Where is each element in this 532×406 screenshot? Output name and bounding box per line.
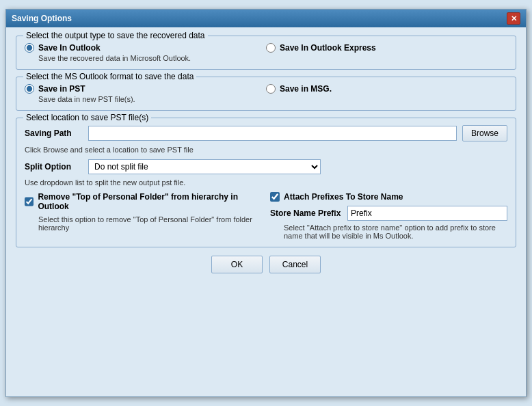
save-outlook-text: Save In Outlook: [38, 43, 101, 53]
bottom-section: Remove "Top of Personal Folder" from hie…: [25, 192, 507, 240]
remove-top-folder-label[interactable]: Remove "Top of Personal Folder" from hie…: [25, 192, 262, 211]
split-option-row: Split Option Do not split file 1 GB 2 GB…: [25, 159, 507, 174]
output-type-title: Select the output type to save the recov…: [23, 31, 208, 40]
bottom-right: Attach Prefixes To Store Name Store Name…: [270, 192, 507, 240]
saving-path-input[interactable]: [88, 126, 457, 141]
save-msg-label[interactable]: Save in MSG.: [266, 84, 507, 94]
save-pst-text: Save in PST: [38, 84, 85, 94]
outlook-option-col: Save In Outlook Save the recovered data …: [25, 43, 266, 62]
store-prefix-label: Store Name Prefix: [270, 208, 342, 218]
bottom-left: Remove "Top of Personal Folder" from hie…: [25, 192, 262, 240]
save-msg-radio[interactable]: [266, 84, 276, 94]
browse-button[interactable]: Browse: [462, 125, 507, 141]
attach-prefixes-checkbox[interactable]: [270, 192, 280, 202]
split-option-label: Split Option: [25, 162, 83, 172]
button-row: OK Cancel: [16, 256, 516, 273]
attach-prefixes-text: Attach Prefixes To Store Name: [284, 192, 403, 202]
ms-outlook-format-group: Select the MS Outlook format to save the…: [16, 77, 516, 111]
store-prefix-input[interactable]: [347, 206, 507, 221]
remove-top-folder-checkbox[interactable]: [25, 197, 34, 206]
attach-prefixes-label[interactable]: Attach Prefixes To Store Name: [270, 192, 507, 202]
split-option-dropdown[interactable]: Do not split file 1 GB 2 GB 5 GB: [88, 159, 321, 174]
remove-top-folder-text: Remove "Top of Personal Folder" from hie…: [38, 192, 262, 211]
remove-top-folder-desc: Select this option to remove "Top of Per…: [38, 215, 262, 232]
save-outlook-express-radio[interactable]: [266, 43, 276, 53]
saving-path-label: Saving Path: [25, 128, 83, 138]
save-pst-radio[interactable]: [25, 84, 34, 94]
close-button[interactable]: ✕: [507, 12, 520, 25]
saving-hint: Click Browse and select a location to sa…: [25, 146, 507, 154]
pst-description: Save data in new PST file(s).: [38, 95, 266, 103]
title-bar-controls: ✕: [507, 12, 520, 25]
outlook-description: Save the recovered data in Microsoft Out…: [38, 54, 266, 62]
output-type-options: Save In Outlook Save the recovered data …: [25, 43, 507, 62]
save-outlook-radio[interactable]: [25, 43, 34, 53]
save-outlook-express-text: Save In Outlook Express: [280, 43, 376, 53]
store-prefix-desc: Select ''Attach prefix to store name'' o…: [284, 224, 507, 240]
window-title: Saving Options: [12, 14, 72, 23]
ms-outlook-format-title: Select the MS Outlook format to save the…: [23, 72, 196, 81]
saving-options-dialog: Saving Options ✕ Select the output type …: [5, 9, 527, 397]
store-prefix-row: Store Name Prefix: [270, 206, 507, 221]
save-outlook-label[interactable]: Save In Outlook: [25, 43, 266, 53]
window-body: Select the output type to save the recov…: [6, 27, 526, 396]
pst-location-title: Select location to save PST file(s): [23, 113, 151, 122]
cancel-button[interactable]: Cancel: [269, 256, 321, 273]
outlook-express-option-col: Save In Outlook Express: [266, 43, 507, 53]
save-msg-text: Save in MSG.: [280, 84, 332, 94]
saving-path-row: Saving Path Browse: [25, 125, 507, 141]
ok-button[interactable]: OK: [211, 256, 263, 273]
format-options: Save in PST Save data in new PST file(s)…: [25, 84, 507, 103]
save-pst-label[interactable]: Save in PST: [25, 84, 266, 94]
output-type-group: Select the output type to save the recov…: [16, 36, 516, 70]
pst-location-group: Select location to save PST file(s) Savi…: [16, 118, 516, 247]
title-bar: Saving Options ✕: [6, 10, 526, 27]
save-outlook-express-label[interactable]: Save In Outlook Express: [266, 43, 507, 53]
split-hint: Use dropdown list to split the new outpu…: [25, 178, 507, 187]
msg-option-col: Save in MSG.: [266, 84, 507, 94]
pst-option-col: Save in PST Save data in new PST file(s)…: [25, 84, 266, 103]
